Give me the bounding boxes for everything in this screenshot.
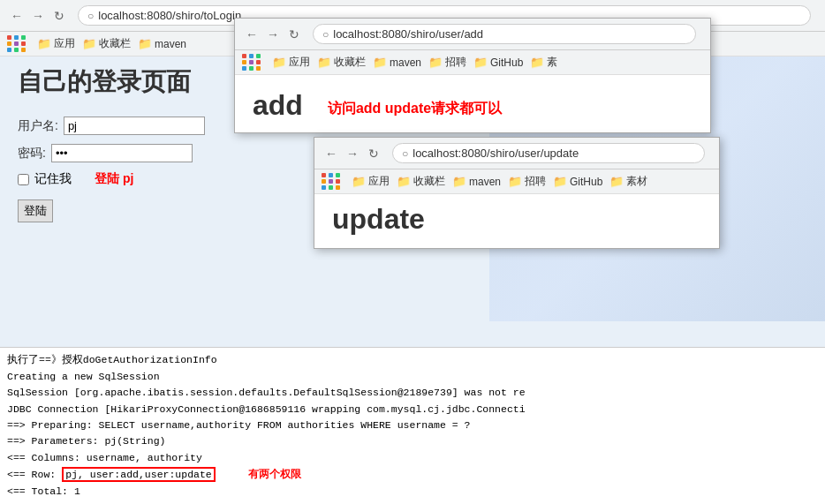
lock-icon-update: ○ (402, 147, 408, 160)
logged-text: 登陆 pj (95, 171, 133, 187)
remember-checkbox[interactable] (18, 174, 29, 185)
remember-label: 记住我 (34, 171, 72, 187)
browser-toolbar-add: ← → ↻ ○ localhost:8080/shiro/user/add (235, 19, 710, 50)
console-line-9: <== Total: 1 (7, 484, 818, 500)
console-area: 执行了==》授权doGetAuthorizationInfo Creating … (0, 347, 825, 504)
bookmark-favorites-update[interactable]: 📁 收藏栏 (397, 174, 445, 189)
apps-icon-add[interactable] (242, 54, 261, 71)
lock-icon-add: ○ (322, 28, 329, 41)
bookmark-material-add[interactable]: 📁 素 (530, 55, 557, 70)
console-line-5: ==> Preparing: SELECT username,authority… (7, 417, 818, 433)
console-line-2: Creating a new SqlSession (7, 369, 818, 385)
login-button[interactable]: 登陆 (18, 199, 53, 222)
console-line-1: 执行了==》授权doGetAuthorizationInfo (7, 352, 818, 368)
url-add: localhost:8080/shiro/user/add (333, 27, 483, 41)
address-bar-update[interactable]: ○ localhost:8080/shiro/user/update (392, 143, 705, 163)
console-line-7: <== Columns: username, authority (7, 450, 818, 466)
browser-window-update: ← → ↻ ○ localhost:8080/shiro/user/update… (314, 137, 720, 249)
bookmark-maven-bg[interactable]: 📁 maven (138, 37, 186, 50)
forward-button-bg[interactable]: → (28, 6, 48, 26)
reload-button-bg[interactable]: ↻ (49, 6, 69, 26)
bookmark-apps-add[interactable]: 📁 应用 (272, 55, 310, 70)
address-bar-add[interactable]: ○ localhost:8080/shiro/user/add (313, 24, 696, 44)
bookmark-apps-bg[interactable]: 📁 应用 (37, 36, 75, 51)
highlighted-row: pj, user:add,user:update (62, 467, 216, 482)
password-label: 密码: (18, 146, 46, 162)
apps-icon-update[interactable] (322, 173, 341, 190)
console-line-3: SqlSession [org.apache.ibatis.session.de… (7, 385, 818, 401)
bookmark-favorites-bg[interactable]: 📁 收藏栏 (82, 36, 131, 51)
row-annotation: 有两个权限 (248, 469, 301, 479)
browser-window-add: ← → ↻ ○ localhost:8080/shiro/user/add 📁 … (234, 18, 711, 133)
bookmark-maven-update[interactable]: 📁 maven (452, 175, 501, 188)
bookmark-recruit-update[interactable]: 📁 招聘 (508, 174, 546, 189)
bookmark-favorites-add[interactable]: 📁 收藏栏 (317, 55, 366, 70)
add-page-content: add 访问add update请求都可以 (235, 75, 710, 132)
username-label: 用户名: (18, 118, 58, 134)
reload-button-add[interactable]: ↻ (284, 25, 304, 44)
bookmarks-bar-update: 📁 应用 📁 收藏栏 📁 maven 📁 招聘 📁 GitHub 📁 素材 (314, 169, 719, 194)
forward-button-add[interactable]: → (263, 25, 283, 44)
url-update: localhost:8080/shiro/user/update (412, 147, 579, 160)
apps-icon-bg[interactable] (7, 35, 26, 52)
update-page-title: update (314, 194, 719, 248)
console-line-8: <== Row: pj, user:add,user:update 有两个权限 (7, 466, 818, 483)
add-annotation: 访问add update请求都可以 (321, 93, 509, 125)
console-line-6: ==> Parameters: pj(String) (7, 433, 818, 449)
bookmarks-bar-add: 📁 应用 📁 收藏栏 📁 maven 📁 招聘 📁 GitHub 📁 素 (235, 50, 710, 75)
username-input[interactable] (64, 117, 205, 135)
bookmark-github-add[interactable]: 📁 GitHub (473, 56, 523, 69)
update-page-content: update (314, 194, 719, 248)
console-line-4: JDBC Connection [HikariProxyConnection@1… (7, 402, 818, 417)
back-button-add[interactable]: ← (242, 25, 261, 44)
back-button-update[interactable]: ← (322, 144, 341, 163)
bookmark-material-update[interactable]: 📁 素材 (609, 174, 647, 189)
back-button-bg[interactable]: ← (7, 6, 26, 26)
password-input[interactable] (51, 144, 193, 162)
browser-toolbar-update: ← → ↻ ○ localhost:8080/shiro/user/update (314, 138, 719, 169)
bookmark-apps-update[interactable]: 📁 应用 (352, 174, 390, 189)
bookmark-github-update[interactable]: 📁 GitHub (553, 175, 602, 188)
add-page-title: add (235, 80, 321, 127)
bookmark-recruit-add[interactable]: 📁 招聘 (428, 55, 466, 70)
bookmark-maven-add[interactable]: 📁 maven (373, 56, 421, 69)
lock-icon-bg: ○ (87, 10, 94, 22)
forward-button-update[interactable]: → (343, 144, 362, 163)
url-bg: localhost:8080/shiro/toLogin (98, 9, 241, 22)
reload-button-update[interactable]: ↻ (364, 144, 383, 163)
